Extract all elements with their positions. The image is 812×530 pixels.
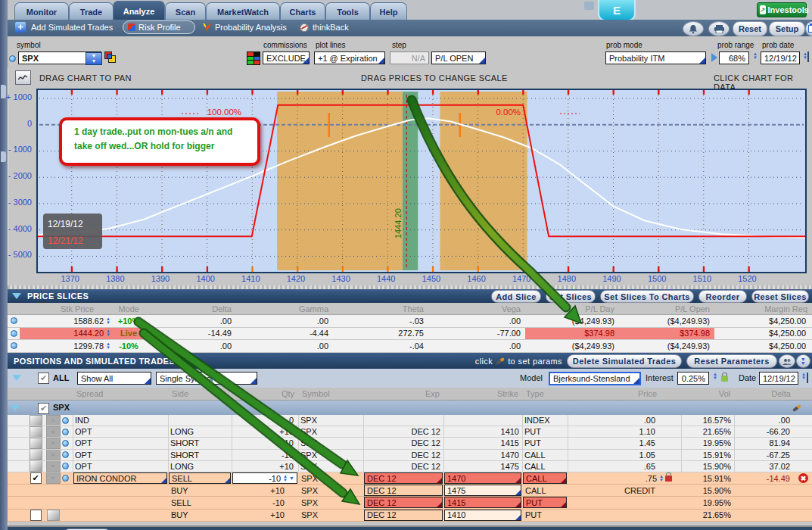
exp-select[interactable]: DEC 12 [364,472,443,484]
col-header-sp[interactable] [27,388,44,400]
exp-cell[interactable]: DEC 12 [363,510,443,521]
slices-button-reorder[interactable]: Reorder [698,290,747,303]
price-stepper[interactable]: ▲▼ [659,475,664,482]
spread-cell[interactable] [73,485,168,496]
col-header-Type[interactable]: Type [522,388,568,400]
commissions-select[interactable]: EXCLUDE [263,51,310,64]
type-cell[interactable]: PUT [522,497,568,508]
mode-cell[interactable]: -10% [114,340,144,352]
spread-cell[interactable]: IRON CONDOR [73,472,168,484]
all-checkbox[interactable]: ✔ [38,373,49,384]
side-cell[interactable]: SELL [168,472,232,484]
slices-button-set-slices-to-charts[interactable]: Set Slices To Charts [600,290,694,303]
collapse-triangle-icon[interactable] [12,375,21,381]
col-header-Symbol[interactable]: Symbol [298,388,363,400]
collapse-section-button[interactable]: ▼▼ [796,354,810,368]
trade-checkbox[interactable]: ✔ [30,472,42,484]
type-cell[interactable]: PUT [522,510,568,521]
row-chart-cell[interactable]: ≈ [44,472,62,484]
col-header-sp[interactable] [795,388,812,400]
row-style-cell[interactable] [27,438,44,448]
pl-mode-select[interactable]: P/L OPEN [431,51,486,64]
row-chart-cell[interactable]: ≈ [44,461,62,472]
tab-tools[interactable]: Tools [325,2,370,20]
tab-trade[interactable]: Trade [69,2,114,20]
exp-cell[interactable]: DEC 12 [363,485,443,496]
spread-cell[interactable]: OPT [73,426,168,437]
print-button[interactable] [708,21,730,36]
group-checkbox[interactable]: ✔ [38,403,49,414]
prob-date-input[interactable]: 12/19/12 [761,51,800,64]
col-header-Price[interactable]: Price [568,388,674,400]
chart-style-button[interactable] [15,70,31,85]
row-chart-cell[interactable]: ≈ [44,438,62,448]
side-cell[interactable]: BUY [168,510,232,521]
row-chart-cell[interactable]: ≈ [44,415,62,426]
strike-select[interactable]: 1410 [444,510,521,521]
interest-input[interactable]: 0.25% [677,372,709,385]
col-header-dot[interactable] [8,303,20,314]
col-header-Spread[interactable]: Spread [73,388,168,400]
model-select[interactable]: Bjerksund-Stensland [549,372,641,385]
prob-range-input[interactable]: 68% [719,51,749,64]
thinkback-button[interactable]: thinkBack [300,23,349,32]
col-header-sp[interactable] [674,388,681,400]
strike-cell[interactable]: 1470 [443,472,522,484]
prob-range-stepper[interactable]: ▲▼ [753,52,758,60]
setup-button[interactable]: Setup [769,21,805,36]
row-chart-cell[interactable]: ≈ [44,450,62,460]
row-chart-cell[interactable]: ≈ [44,426,62,437]
spread-cell[interactable]: OPT [73,438,168,448]
spread-select[interactable]: IRON CONDOR [73,472,167,484]
single-symbol-select[interactable]: Single Symbol [156,372,257,385]
date-input[interactable]: 12/19/12 [759,372,798,385]
price-cell[interactable] [568,510,674,521]
interest-stepper[interactable]: ▲▼ [713,373,717,380]
action-cell[interactable] [795,510,812,521]
date-stepper[interactable]: ▲▼ [801,373,806,380]
col-header-Strike[interactable]: Strike [443,388,522,400]
slice-dot[interactable] [8,328,20,340]
spread-cell[interactable] [73,510,168,521]
row-style-cell[interactable] [27,426,44,437]
col-header-Stk Price[interactable]: Stk Price [20,303,114,314]
action-cell[interactable] [795,497,812,508]
calendar-icon[interactable] [807,51,809,62]
show-all-select[interactable]: Show All [77,372,151,385]
slices-button-set-slices[interactable]: Set Slices [546,290,596,303]
collapse-triangle-icon[interactable] [11,405,20,411]
qty-cell[interactable]: +10 [232,510,298,521]
slice-dot[interactable] [8,315,20,327]
col-header-Theta[interactable]: Theta [333,303,428,314]
stk-price-stepper[interactable]: ▲▼ [106,329,110,337]
qty-stepper[interactable]: ▲▼ [283,475,288,482]
price-cell[interactable]: CREDIT [568,485,674,496]
lock-icon[interactable] [665,475,672,482]
col-header-sp[interactable] [44,388,62,400]
action-cell[interactable] [795,485,812,496]
symbol-dropdown-button[interactable]: ▼▼ [86,52,102,65]
strike-select[interactable]: 1475 [444,485,521,496]
row-style-cell[interactable] [27,461,44,472]
exp-cell[interactable]: DEC 12 [363,497,443,508]
type-cell[interactable]: CALL [522,485,568,496]
collapse-triangle-icon[interactable] [12,293,21,299]
exp-select[interactable]: DEC 12 [364,510,443,521]
mode-cell[interactable]: +10% [114,315,144,327]
wrench-icon[interactable] [792,404,801,412]
spread-cell[interactable]: OPT [73,461,168,472]
spread-cell[interactable] [73,497,168,508]
col-header-Delta[interactable]: Delta [144,303,236,314]
col-header-P/L Day[interactable]: P/L Day [525,303,619,314]
qty-cell[interactable]: -10▲▼▼ [232,472,298,484]
stk-price-stepper[interactable]: ▲▼ [106,317,110,325]
col-header-sp[interactable] [62,388,73,400]
type-select[interactable]: PUT [523,497,567,508]
col-header-Delta[interactable]: Delta [734,388,795,400]
qty-cell[interactable]: -10 [232,497,298,508]
slices-button-add-slice[interactable]: Add Slice [491,290,541,303]
tab-charts[interactable]: Charts [280,2,325,20]
price-cell[interactable] [568,497,674,508]
col-header-Qty[interactable]: Qty [232,388,298,400]
col-header-Vol[interactable]: Vol [681,388,734,400]
